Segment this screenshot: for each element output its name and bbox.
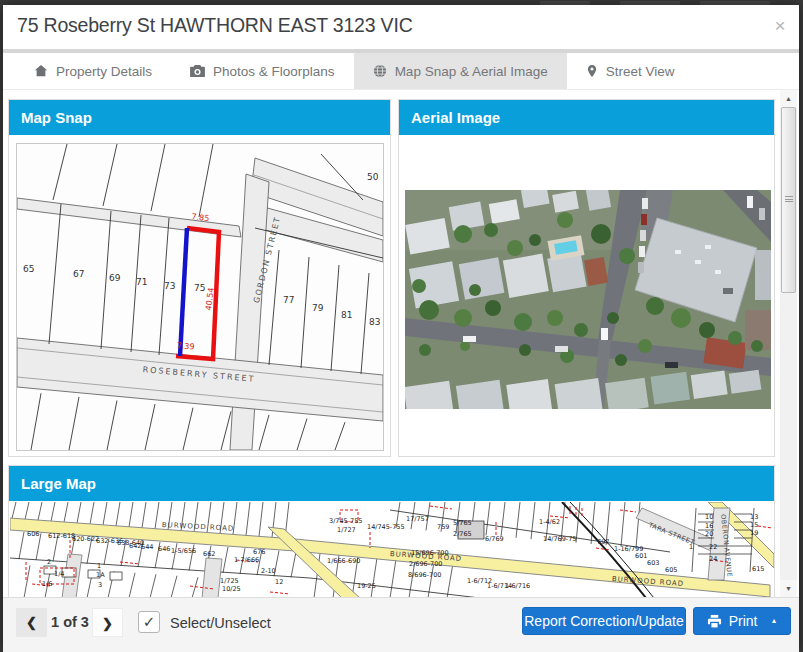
map-label: 7.39 xyxy=(176,342,194,352)
map-label: 5/765 xyxy=(453,520,472,527)
map-label: 605 xyxy=(665,567,677,574)
aerial-photo xyxy=(405,190,771,409)
modal-footer: ❮ 1 of 3 ❯ ✓ Select/Unselect Report Corr… xyxy=(3,597,799,652)
scroll-down-icon[interactable]: ▼ xyxy=(780,580,797,597)
map-label: 16 xyxy=(705,523,713,530)
tab-label: Photos & Floorplans xyxy=(213,64,335,79)
map-label: 1 xyxy=(689,544,693,551)
aerial-image xyxy=(405,190,771,409)
map-label: 22 xyxy=(709,544,717,551)
print-button[interactable]: Print ▲ xyxy=(693,607,791,635)
aerial-panel: Aerial Image xyxy=(398,99,775,457)
globe-icon xyxy=(373,64,387,78)
map-label: 14/769-75 xyxy=(543,536,576,543)
map-label: 83 xyxy=(369,318,380,327)
map-label: 759 xyxy=(437,524,449,531)
map-label: 644 xyxy=(141,544,153,551)
map-label: 1/666-690 xyxy=(327,558,360,565)
map-label: 15/696-700 xyxy=(411,550,449,557)
map-label: 1 xyxy=(97,563,101,570)
tab-photos-floorplans[interactable]: Photos & Floorplans xyxy=(171,53,354,89)
map-label: 15 xyxy=(750,522,758,529)
tab-property-details[interactable]: Property Details xyxy=(15,53,171,89)
map-label: 65 xyxy=(23,265,34,274)
map-label: 67 xyxy=(73,270,84,279)
map-snap-panel: Map Snap xyxy=(8,99,391,457)
tab-map-snap-aerial[interactable]: Map Snap & Aerial Image xyxy=(354,53,567,89)
map-label: 3 xyxy=(98,582,102,589)
large-map-header: Large Map xyxy=(9,466,774,501)
scrollbar-thumb[interactable] xyxy=(781,107,796,293)
map-label: 1A xyxy=(96,572,105,579)
map-label: 24 xyxy=(709,556,717,563)
map-label: 20 xyxy=(705,531,713,538)
modal-title: 75 Roseberry St HAWTHORN EAST 3123 VIC xyxy=(17,14,413,37)
map-label: 2/765 xyxy=(453,531,472,538)
map-label: 73 xyxy=(164,282,175,291)
map-label: 69 xyxy=(109,274,120,283)
map-label: 19 xyxy=(750,530,758,537)
map-label: 19-25 xyxy=(357,583,376,590)
cadastral-map xyxy=(17,144,383,450)
map-label: 642 xyxy=(129,543,141,550)
map-label: 1-6/716 xyxy=(505,583,530,590)
aerial-header: Aerial Image xyxy=(399,100,774,135)
pin-icon xyxy=(586,64,598,78)
map-label: 81 xyxy=(341,311,352,320)
map-label: 1/727 xyxy=(337,527,356,534)
map-label: 2/696-700 xyxy=(409,561,442,568)
modal-content: Map Snap xyxy=(3,90,799,597)
map-label: 10 xyxy=(705,514,713,521)
map-label: 1/4 xyxy=(54,571,64,578)
tab-label: Street View xyxy=(606,64,675,79)
map-label: 2 xyxy=(47,559,51,566)
camera-icon xyxy=(190,65,205,78)
map-label: 662 xyxy=(203,551,215,558)
dropup-caret-icon: ▲ xyxy=(770,608,777,634)
map-label: 603 xyxy=(647,560,659,567)
map-label: 77 xyxy=(283,296,294,305)
map-label: 606 xyxy=(27,531,39,538)
map-label: 79 xyxy=(312,304,323,313)
printer-icon xyxy=(707,614,722,629)
close-icon[interactable]: × xyxy=(770,16,790,36)
map-label: 1/6 xyxy=(42,581,52,588)
map-label: 601 xyxy=(635,553,647,560)
select-unselect-label: Select/Unselect xyxy=(170,615,271,631)
next-page-button[interactable]: ❯ xyxy=(92,608,123,637)
report-correction-button[interactable]: Report Correction/Update xyxy=(522,607,686,635)
modal-titlebar: 75 Roseberry St HAWTHORN EAST 3123 VIC × xyxy=(3,5,799,49)
map-label: 10/25 xyxy=(222,586,241,593)
tab-street-view[interactable]: Street View xyxy=(567,53,694,89)
map-label: 1-7/666 xyxy=(234,557,259,564)
scrollbar-grip xyxy=(785,196,793,202)
previous-page-button[interactable]: ❮ xyxy=(16,608,47,637)
tab-label: Map Snap & Aerial Image xyxy=(395,64,548,79)
map-label: 8/696-700 xyxy=(408,572,441,579)
vertical-scrollbar[interactable]: ▲ ▼ xyxy=(780,90,797,597)
screen: 75 Roseberry St HAWTHORN EAST 3123 VIC ×… xyxy=(0,0,803,652)
large-map-panel: Large Map xyxy=(8,465,775,597)
page-indicator: 1 of 3 xyxy=(50,614,90,630)
map-label: 6/769 xyxy=(485,536,504,543)
tab-bar: Property Details Photos & Floorplans Map… xyxy=(3,53,799,90)
map-label: 50 xyxy=(367,173,378,182)
map-label: 2-10 xyxy=(261,568,276,575)
map-label: 1/725 xyxy=(220,578,239,585)
map-label: 797 xyxy=(597,539,609,546)
map-snap-image: GORDON STREETROSEBERRY STREET 6567697173… xyxy=(16,143,384,451)
map-label: 14/745-755 xyxy=(367,524,405,531)
print-label: Print xyxy=(729,608,758,634)
property-modal: 75 Roseberry St HAWTHORN EAST 3123 VIC ×… xyxy=(3,5,799,652)
map-label: 13 xyxy=(750,514,758,521)
map-label: 17/757 xyxy=(406,516,429,523)
map-label: 75 xyxy=(194,284,205,293)
select-unselect-checkbox[interactable]: ✓ xyxy=(138,611,160,633)
map-label: 646 xyxy=(158,546,170,553)
map-snap-header: Map Snap xyxy=(9,100,390,135)
map-label: 1-5/656 xyxy=(171,548,196,555)
map-label: 1-4/62 xyxy=(539,519,560,526)
map-label: 615 xyxy=(752,566,764,573)
map-label: 3/745-755 xyxy=(329,518,362,525)
scroll-up-icon[interactable]: ▲ xyxy=(780,90,797,107)
